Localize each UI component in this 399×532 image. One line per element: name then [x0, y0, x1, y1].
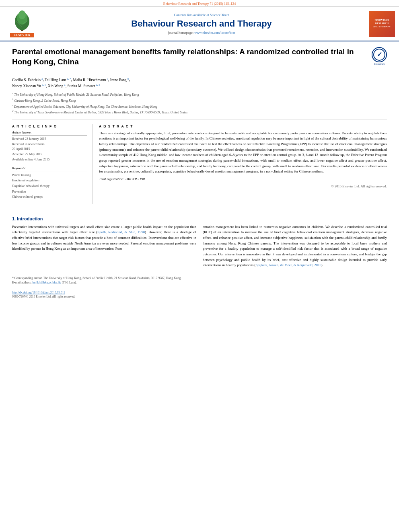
author-lam: Tai Hing Lam a, *: [45, 78, 71, 82]
bottom-bar: http://dx.doi.org/10.1016/j.brat.2015.05…: [0, 291, 399, 298]
contents-line: Contents lists available at ScienceDirec…: [40, 13, 363, 17]
affiliations: a The University of Hong Kong, School of…: [12, 91, 387, 115]
abstract-paragraph: There is a shortage of culturally approp…: [99, 131, 387, 175]
author-wang: Xin Wang a: [48, 84, 66, 88]
author-yu: Nancy Xiaonan Yu a, c: [12, 84, 46, 88]
intro-right-column: emotion management has been linked to nu…: [203, 224, 387, 268]
elsevier-text: ELSEVIER: [10, 33, 34, 37]
science-direct-link[interactable]: ScienceDirect: [210, 13, 229, 17]
history-label: Article history:: [12, 131, 87, 136]
affiliation-c: c Department of Applied Social Sciences,…: [12, 103, 387, 109]
issn-copyright: 0005-7967/© 2015 Elsevier Ltd. All right…: [12, 295, 75, 298]
keyword-5: Chinese cultural groups: [12, 194, 87, 200]
affiliation-d: d The University of Texas Southwestern M…: [12, 109, 387, 115]
journal-logo-right: BEHAVIOUR RESEARCH AND THERAPY: [363, 11, 395, 37]
journal-header: ELSEVIER Contents lists available at Sci…: [0, 7, 399, 41]
keyword-3: Cognitive behavioral therapy: [12, 183, 87, 189]
svg-point-3: [19, 10, 26, 19]
email-link[interactable]: hmlkh@hku.cc.hku.hk: [33, 281, 61, 284]
keyword-4: Prevention: [12, 189, 87, 195]
trial-registration: Trial registration: HKCTR-1190.: [99, 177, 387, 182]
elsevier-logo-area: ELSEVIER: [4, 10, 40, 37]
author-fabrizio: Cecilia S. Fabrizio a: [12, 78, 43, 82]
footnote-corresponding: * Corresponding author. The University o…: [12, 276, 387, 281]
footnote-email: E-mail address: hmlkh@hku.cc.hku.hk (T.H…: [12, 280, 387, 285]
journal-center: Contents lists available at ScienceDirec…: [40, 13, 363, 35]
article-title: Parental emotional management benefits f…: [12, 47, 367, 67]
crossmark-label: CrossMark: [372, 63, 387, 65]
top-bar: Behaviour Research and Therapy 71 (2015)…: [0, 0, 399, 7]
keyword-2: Emotional regulation: [12, 178, 87, 183]
introduction-section: 1. Introduction Preventive interventions…: [12, 215, 387, 268]
spoth-reference-link[interactable]: Spoth, Redmond, & Shin, 1998: [97, 230, 145, 234]
spijkers-reference-link[interactable]: Spijkers, Jansen, de Meer, & Reijneveld,…: [255, 263, 321, 267]
divider-1: [12, 119, 387, 119]
journal-title: Behaviour Research and Therapy: [40, 18, 363, 29]
revised-date: Received in revised form29 April 2015: [12, 142, 87, 152]
crossmark-icon: ✓: [372, 47, 387, 62]
doi-link[interactable]: http://dx.doi.org/10.1016/j.brat.2015.05…: [12, 291, 65, 294]
keywords-section: Keywords: Parent training Emotional regu…: [12, 166, 87, 200]
authors: Cecilia S. Fabrizio a, Tai Hing Lam a, *…: [12, 76, 387, 89]
author-stewart: Sunita M. Stewart a, d: [67, 84, 100, 88]
section-title-text: Introduction: [17, 216, 43, 221]
abstract-section: A B S T R A C T There is a shortage of c…: [99, 124, 387, 204]
article-history: Article history: Received 22 January 201…: [12, 131, 87, 162]
affiliation-a: a The University of Hong Kong, School of…: [12, 91, 387, 97]
keyword-1: Parent training: [12, 173, 87, 178]
accepted-date: Accepted 27 May 2015: [12, 152, 87, 157]
article-body: A R T I C L E I N F O Article history: R…: [12, 123, 387, 205]
article-info-label: A R T I C L E I N F O: [12, 124, 87, 128]
author-pang: Irene Pang b: [110, 78, 129, 82]
section-title: 1. Introduction: [12, 216, 387, 221]
keywords-list: Parent training Emotional regulation Cog…: [12, 173, 87, 200]
svg-text:✓: ✓: [377, 51, 382, 58]
journal-homepage: journal homepage: www.elsevier.com/locat…: [40, 31, 363, 35]
intro-para-right: emotion management has been linked to nu…: [203, 224, 387, 268]
intro-left-column: Preventive interventions with universal …: [12, 224, 196, 268]
available-date: Available online 4 June 2015: [12, 157, 87, 162]
brt-line2: RESEARCH: [373, 22, 391, 25]
received-date: Received 22 January 2015: [12, 137, 87, 142]
article-title-section: Parental emotional management benefits f…: [12, 47, 387, 72]
divider-2: [12, 209, 387, 209]
affiliation-b: b Caritas-Hong Kong, 2 Caine Road, Hong …: [12, 97, 387, 103]
abstract-copyright: © 2015 Elsevier Ltd. All rights reserved…: [99, 184, 387, 188]
homepage-link[interactable]: www.elsevier.com/locate/brat: [194, 31, 235, 35]
article-title-text: Parental emotional management benefits f…: [12, 47, 367, 70]
brt-line3: AND THERAPY: [373, 25, 391, 29]
article-main: Parental emotional management benefits f…: [0, 41, 399, 289]
crossmark-container: ✓ CrossMark: [372, 47, 387, 65]
brt-line1: BEHAVIOUR: [373, 19, 391, 22]
footnote-area: * Corresponding author. The University o…: [12, 274, 387, 285]
author-hirschmann: Malia R. Hirschmann a: [73, 78, 108, 82]
brt-badge: BEHAVIOUR RESEARCH AND THERAPY: [369, 11, 395, 37]
intro-columns: Preventive interventions with universal …: [12, 224, 387, 268]
abstract-label: A B S T R A C T: [99, 124, 387, 128]
article-info: A R T I C L E I N F O Article history: R…: [12, 124, 93, 204]
abstract-text: There is a shortage of culturally approp…: [99, 131, 387, 182]
journal-reference: Behaviour Research and Therapy 71 (2015)…: [163, 2, 236, 6]
elsevier-tree-icon: [10, 10, 34, 32]
intro-para-left: Preventive interventions with universal …: [12, 224, 196, 252]
keywords-label: Keywords:: [12, 166, 87, 171]
